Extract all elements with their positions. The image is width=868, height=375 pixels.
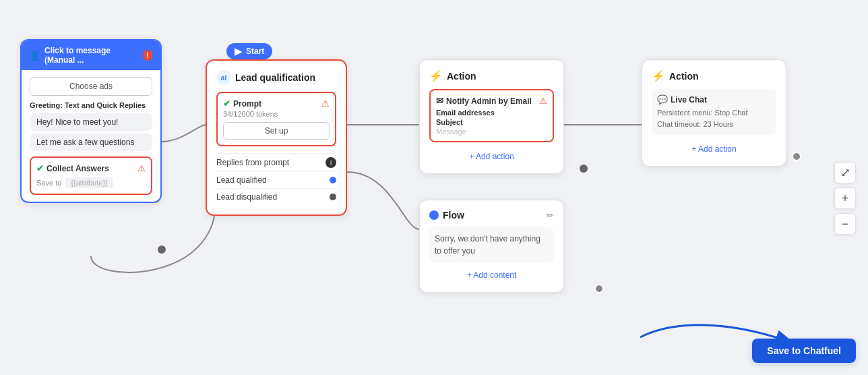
email-icon: ✉ xyxy=(436,96,443,106)
livechat-detail-1: Persistent menu: Stop Chat xyxy=(657,107,771,119)
action2-header: ⚡ Action xyxy=(652,69,776,82)
minus-icon: − xyxy=(842,217,849,231)
livechat-section: 💬 Live Chat Persistent menu: Stop Chat C… xyxy=(652,89,776,135)
choose-ads-button[interactable]: Choose ads xyxy=(30,77,152,96)
action1-header: ⚡ Action xyxy=(429,69,554,82)
collapse-icon: ⤢ xyxy=(840,165,850,180)
canvas-controls: ⤢ + − xyxy=(834,162,856,235)
action2-card: ⚡ Action 💬 Live Chat Persistent menu: St… xyxy=(642,59,786,167)
notify-title-text: Notify Admin by Email xyxy=(446,96,532,106)
collapse-button[interactable]: ⤢ xyxy=(834,162,856,183)
setup-button[interactable]: Set up xyxy=(223,122,330,140)
trigger-card: 👤 Click to message (Manual ... ! Choose … xyxy=(20,39,162,203)
reply-row-1: Replies from prompt i xyxy=(216,153,336,171)
action1-card: ⚡ Action ✉ Notify Admin by Email ⚠ Email… xyxy=(419,59,564,174)
message-bubble-1: Hey! Nice to meet you! xyxy=(30,113,152,131)
zoom-out-button[interactable]: − xyxy=(834,213,856,235)
zoom-in-button[interactable]: + xyxy=(834,188,856,209)
token-count: 34/12000 tokens xyxy=(223,110,330,118)
info-icon: i xyxy=(326,157,336,168)
trigger-warn-icon: ! xyxy=(143,50,152,61)
prompt-warn-icon: ⚠ xyxy=(321,98,330,109)
flow-message: Sorry, we don't have anything to offer y… xyxy=(435,233,549,257)
notify-section: ✉ Notify Admin by Email ⚠ Email addresse… xyxy=(429,89,554,142)
save-to-label: Save to xyxy=(36,179,61,187)
flow-card: Flow ✏ Sorry, we don't have anything to … xyxy=(419,200,564,293)
svg-point-1 xyxy=(580,165,588,173)
plus-icon: + xyxy=(842,192,849,206)
flow-dot xyxy=(429,210,439,220)
attr-placeholder: {{attribute}} xyxy=(65,177,113,188)
lead-qualification-card: ai Lead qualification ✔ Prompt ⚠ 34/1200… xyxy=(206,59,347,216)
livechat-detail-2: Chat timeout: 23 Hours xyxy=(657,119,771,130)
action1-title: Action xyxy=(447,71,476,82)
email-addresses-label: Email addresses xyxy=(436,109,547,117)
start-badge: ▶ Start xyxy=(226,43,272,59)
lead-header: ai Lead qualification xyxy=(216,70,336,85)
greeting-label: Greeting: Text and Quick Replies xyxy=(30,101,152,109)
edit-icon[interactable]: ✏ xyxy=(547,210,554,221)
trigger-header: 👤 Click to message (Manual ... ! xyxy=(22,40,160,70)
trigger-body: Choose ads Greeting: Text and Quick Repl… xyxy=(22,70,160,202)
flow-header: Flow ✏ xyxy=(429,210,554,221)
svg-point-3 xyxy=(793,152,801,161)
reply-from-prompt-label: Replies from prompt xyxy=(216,158,289,167)
message-placeholder: Message xyxy=(436,127,547,136)
prompt-check-icon: ✔ xyxy=(223,98,230,109)
start-icon: ▶ xyxy=(235,46,242,57)
livechat-icon: 💬 xyxy=(657,94,668,105)
subject-label: Subject xyxy=(436,118,547,126)
svg-point-2 xyxy=(595,285,603,293)
prompt-label: Prompt xyxy=(233,99,261,109)
add-action-button-2[interactable]: + Add action xyxy=(652,142,776,156)
add-content-button[interactable]: + Add content xyxy=(429,268,554,283)
message-bubble-2: Let me ask a few questions xyxy=(30,134,152,151)
save-to-chatfuel-button[interactable]: Save to Chatfuel xyxy=(752,339,856,363)
start-label: Start xyxy=(246,47,264,56)
trigger-title: Click to message (Manual ... xyxy=(44,46,139,65)
lead-disqualified-label: Lead disqualified xyxy=(216,192,277,202)
collect-check-icon: ✔ xyxy=(36,163,44,173)
lead-disqualified-dot xyxy=(330,194,336,200)
collect-warn-icon: ⚠ xyxy=(137,163,146,173)
lead-qualified-label: Lead qualified xyxy=(216,175,267,185)
collect-section: ✔ Collect Answers ⚠ Save to {{attribute}… xyxy=(30,156,152,195)
ai-badge: ai xyxy=(216,70,231,85)
person-icon: 👤 xyxy=(30,51,40,61)
add-action-button-1[interactable]: + Add action xyxy=(429,149,554,164)
lightning-icon-2: ⚡ xyxy=(652,69,665,82)
lead-title: Lead qualification xyxy=(235,72,315,83)
flow-content-box: Sorry, we don't have anything to offer y… xyxy=(429,227,554,262)
svg-point-0 xyxy=(158,246,166,254)
flow-title: Flow xyxy=(443,210,464,221)
notify-warn-icon: ⚠ xyxy=(539,96,547,106)
livechat-title: Live Chat xyxy=(671,95,707,105)
action2-title: Action xyxy=(669,71,699,82)
reply-row-2: Lead qualified xyxy=(216,171,336,188)
lightning-icon-1: ⚡ xyxy=(429,69,443,82)
collect-title-text: Collect Answers xyxy=(46,164,109,173)
prompt-section: ✔ Prompt ⚠ 34/12000 tokens Set up xyxy=(216,92,336,146)
reply-row-3: Lead disqualified xyxy=(216,188,336,205)
lead-qualified-dot xyxy=(330,177,336,183)
